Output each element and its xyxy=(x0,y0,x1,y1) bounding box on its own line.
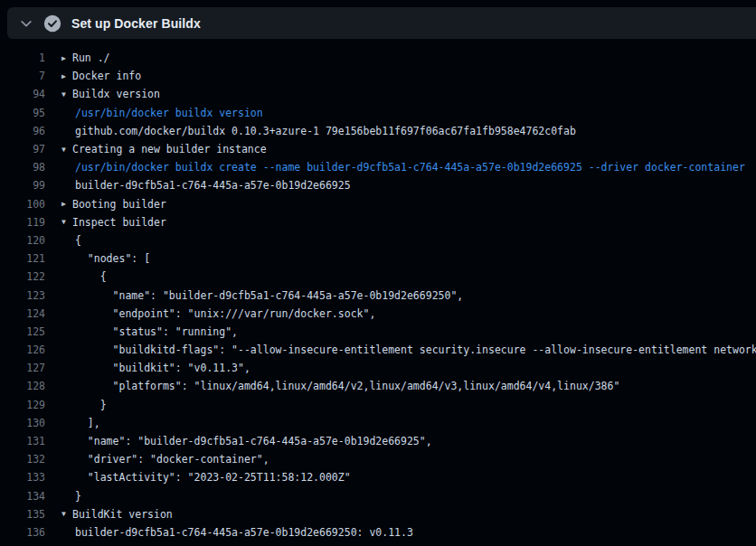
log-group-line[interactable]: 94▼Buildx version xyxy=(0,85,756,103)
line-number[interactable]: 134 xyxy=(0,490,45,503)
log-text: "status": "running", xyxy=(71,325,238,338)
log-line: 127 "buildkit": "v0.11.3", xyxy=(0,359,756,377)
log-text: github.com/docker/buildx 0.10.3+azure-1 … xyxy=(71,125,576,137)
log-text: "platforms": "linux/amd64,linux/amd64/v2… xyxy=(71,380,619,392)
log-text: "name": "builder-d9cfb5a1-c764-445a-a57e… xyxy=(71,435,432,447)
line-number[interactable]: 120 xyxy=(0,234,45,247)
line-number[interactable]: 126 xyxy=(0,344,45,356)
log-line: 132 "driver": "docker-container", xyxy=(0,450,756,468)
log-text: "driver": "docker-container", xyxy=(71,453,269,466)
group-title: BuildKit version xyxy=(71,508,173,521)
group-expanded-icon[interactable]: ▼ xyxy=(56,510,71,518)
log-line: 123 "name": "builder-d9cfb5a1-c764-445a-… xyxy=(0,286,756,304)
line-number[interactable]: 100 xyxy=(0,198,45,211)
log-group-line[interactable]: 119▼Inspect builder xyxy=(0,213,756,231)
line-number[interactable]: 94 xyxy=(0,88,45,100)
line-number[interactable]: 95 xyxy=(0,107,45,119)
group-expanded-icon[interactable]: ▼ xyxy=(56,90,71,99)
log-line: 96github.com/docker/buildx 0.10.3+azure-… xyxy=(0,122,756,140)
log-text: } xyxy=(71,490,81,503)
log-group-line[interactable]: 135▼BuildKit version xyxy=(0,505,756,523)
log-text: /usr/bin/docker buildx create --name bui… xyxy=(71,161,745,174)
log-line: 98/usr/bin/docker buildx create --name b… xyxy=(0,158,756,176)
log-line: 128 "platforms": "linux/amd64,linux/amd6… xyxy=(0,377,756,395)
line-number[interactable]: 124 xyxy=(0,307,45,320)
log-text: } xyxy=(71,399,107,411)
log-text: /usr/bin/docker buildx version xyxy=(71,107,263,119)
log-line: 99builder-d9cfb5a1-c764-445a-a57e-0b19d2… xyxy=(0,176,756,194)
group-collapsed-icon[interactable]: ▶ xyxy=(56,200,71,208)
log-line: 122 { xyxy=(0,268,756,286)
group-title: Creating a new builder instance xyxy=(71,143,267,155)
line-number[interactable]: 129 xyxy=(0,399,45,411)
log-text: "name": "builder-d9cfb5a1-c764-445a-a57e… xyxy=(71,289,463,302)
line-number[interactable]: 128 xyxy=(0,380,45,392)
line-number[interactable]: 131 xyxy=(0,435,45,447)
log-line: 126 "buildkitd-flags": "--allow-insecure… xyxy=(0,341,756,359)
log-group-line[interactable]: 97▼Creating a new builder instance xyxy=(0,140,756,158)
line-number[interactable]: 136 xyxy=(0,526,45,539)
log-text: { xyxy=(71,234,81,247)
log-text: ], xyxy=(71,417,100,429)
success-check-icon xyxy=(43,14,61,33)
line-number[interactable]: 97 xyxy=(0,143,45,155)
log-line: 133 "lastActivity": "2023-02-25T11:58:12… xyxy=(0,468,756,486)
log-text: "endpoint": "unix:///var/run/docker.sock… xyxy=(71,307,375,320)
group-collapsed-icon[interactable]: ▶ xyxy=(56,54,71,62)
log-output[interactable]: 1▶Run ./7▶Docker info94▼Buildx version95… xyxy=(0,40,756,546)
group-collapsed-icon[interactable]: ▶ xyxy=(56,72,71,80)
group-title: Buildx version xyxy=(71,88,160,100)
log-group-line[interactable]: 100▶Booting builder xyxy=(0,195,756,213)
log-group-line[interactable]: 7▶Docker info xyxy=(0,67,756,85)
log-line: 124 "endpoint": "unix:///var/run/docker.… xyxy=(0,305,756,323)
group-expanded-icon[interactable]: ▼ xyxy=(56,146,71,154)
log-text: builder-d9cfb5a1-c764-445a-a57e-0b19d2e6… xyxy=(71,179,351,192)
log-text: { xyxy=(71,270,107,283)
log-text: "nodes": [ xyxy=(71,252,150,265)
line-number[interactable]: 99 xyxy=(0,179,45,192)
log-text: builder-d9cfb5a1-c764-445a-a57e-0b19d2e6… xyxy=(71,526,413,539)
line-number[interactable]: 98 xyxy=(0,161,45,174)
line-number[interactable]: 1 xyxy=(0,52,45,64)
log-group-line[interactable]: 1▶Run ./ xyxy=(0,49,756,67)
log-line: 131 "name": "builder-d9cfb5a1-c764-445a-… xyxy=(0,432,756,450)
group-expanded-icon[interactable]: ▼ xyxy=(56,218,71,226)
step-title: Set up Docker Buildx xyxy=(71,16,201,31)
log-line: 134} xyxy=(0,487,756,505)
step-header[interactable]: Set up Docker Buildx xyxy=(7,7,756,39)
group-title: Run ./ xyxy=(71,52,110,64)
line-number[interactable]: 125 xyxy=(0,325,45,338)
group-title: Booting builder xyxy=(71,198,166,211)
group-title: Docker info xyxy=(71,70,141,82)
log-line: 129 } xyxy=(0,396,756,414)
log-line: 130 ], xyxy=(0,414,756,432)
line-number[interactable]: 121 xyxy=(0,252,45,265)
line-number[interactable]: 130 xyxy=(0,417,45,429)
log-line: 121 "nodes": [ xyxy=(0,249,756,268)
line-number[interactable]: 123 xyxy=(0,289,45,302)
line-number[interactable]: 127 xyxy=(0,362,45,374)
line-number[interactable]: 119 xyxy=(0,216,45,229)
log-text: "buildkit": "v0.11.3", xyxy=(71,362,250,374)
line-number[interactable]: 133 xyxy=(0,471,45,484)
log-line: 125 "status": "running", xyxy=(0,323,756,341)
line-number[interactable]: 96 xyxy=(0,125,45,137)
line-number[interactable]: 132 xyxy=(0,453,45,466)
log-line: 95/usr/bin/docker buildx version xyxy=(0,104,756,122)
log-text: "buildkitd-flags": "--allow-insecure-ent… xyxy=(71,344,756,356)
log-line: 120{ xyxy=(0,231,756,249)
line-number[interactable]: 7 xyxy=(0,70,45,82)
log-line: 136builder-d9cfb5a1-c764-445a-a57e-0b19d… xyxy=(0,523,756,541)
line-number[interactable]: 122 xyxy=(0,270,45,283)
line-number[interactable]: 135 xyxy=(0,508,45,521)
group-title: Inspect builder xyxy=(71,216,166,229)
chevron-down-icon[interactable] xyxy=(16,14,36,33)
log-text: "lastActivity": "2023-02-25T11:58:12.000… xyxy=(71,471,351,484)
